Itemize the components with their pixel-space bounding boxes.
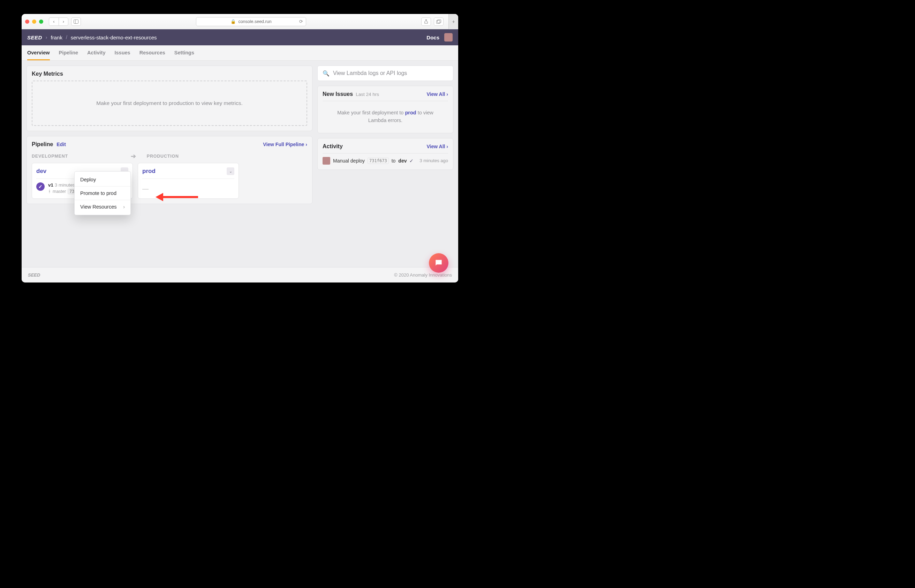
url-host: console.seed.run	[238, 19, 271, 24]
lock-icon: 🔒	[231, 19, 236, 24]
back-button[interactable]: ‹	[49, 18, 58, 26]
pipeline-panel: Pipeline Edit View Full Pipeline › DEVEL…	[26, 136, 312, 204]
build-version: v1	[48, 183, 53, 187]
app-header: SEED › frank / serverless-stack-demo-ext…	[22, 29, 458, 45]
development-label: DEVELOPMENT	[32, 154, 68, 159]
tab-activity[interactable]: Activity	[87, 50, 105, 60]
stage-dropdown: Deploy Promote to prod View Resources ›	[74, 171, 131, 215]
issues-view-all-label: View All	[427, 91, 445, 97]
chat-button[interactable]	[429, 253, 449, 273]
activity-to: to	[392, 158, 396, 163]
nav-tabs: Overview Pipeline Activity Issues Resour…	[22, 45, 458, 61]
tab-overview[interactable]: Overview	[27, 50, 50, 60]
activity-panel: Activity View All › Manual deploy 731f67…	[317, 138, 453, 170]
content: Key Metrics Make your first deployment t…	[22, 61, 458, 267]
dropdown-view-resources-label: View Resources	[80, 204, 117, 210]
share-button[interactable]	[421, 18, 431, 26]
issues-period: Last 24 hrs	[356, 92, 379, 97]
dropdown-promote[interactable]: Promote to prod	[74, 187, 131, 199]
issues-empty-state: Make your first deployment to prod to vi…	[323, 101, 448, 128]
minimize-window-button[interactable]	[32, 19, 36, 24]
dropdown-view-resources[interactable]: View Resources ›	[74, 201, 131, 213]
stage-headers: DEVELOPMENT ➔ PRODUCTION	[32, 152, 307, 160]
tab-resources[interactable]: Resources	[139, 50, 165, 60]
chevron-right-icon: ›	[446, 144, 448, 149]
chevron-right-icon: ›	[446, 91, 448, 97]
issues-title: New Issues	[323, 91, 353, 97]
new-tab-button[interactable]: +	[449, 14, 458, 29]
activity-item[interactable]: Manual deploy 731f673 to dev ✓ 3 minutes…	[323, 153, 448, 165]
avatar	[323, 157, 330, 165]
sidebar-toggle-button[interactable]	[71, 18, 81, 26]
divider	[74, 186, 131, 187]
svg-rect-0	[74, 19, 79, 23]
browser-window: ‹ › 🔒 console.seed.run ⟳ + SEED › frank …	[22, 14, 458, 283]
stage-name-dev[interactable]: dev	[36, 168, 46, 175]
breadcrumb-project[interactable]: serverless-stack-demo-ext-resources	[71, 34, 157, 40]
chevron-right-icon: ›	[123, 204, 125, 210]
dropdown-deploy[interactable]: Deploy	[74, 174, 131, 186]
annotation-arrow	[155, 193, 198, 201]
divider	[74, 200, 131, 200]
pipeline-edit-link[interactable]: Edit	[56, 142, 66, 147]
footer-logo[interactable]: SEED	[28, 272, 40, 278]
breadcrumb-org[interactable]: frank	[51, 34, 63, 40]
tab-settings[interactable]: Settings	[174, 50, 194, 60]
svg-rect-3	[437, 19, 441, 23]
activity-view-all-link[interactable]: View All ›	[427, 144, 448, 149]
tabs-button[interactable]	[434, 18, 444, 26]
docs-link[interactable]: Docs	[426, 34, 439, 40]
activity-stage: dev	[398, 158, 407, 163]
chat-icon	[434, 258, 443, 268]
tab-pipeline[interactable]: Pipeline	[59, 50, 79, 60]
close-window-button[interactable]	[25, 19, 29, 24]
key-metrics-empty: Make your first deployment to production…	[32, 81, 307, 126]
chevron-right-icon: ›	[305, 142, 307, 147]
footer: SEED © 2020 Anomaly Innovations	[22, 267, 458, 283]
share-icon	[424, 19, 428, 24]
pipeline-title: Pipeline	[32, 141, 53, 147]
tabs-icon	[436, 19, 441, 24]
activity-view-all-label: View All	[427, 144, 445, 149]
view-full-pipeline-label: View Full Pipeline	[263, 142, 304, 147]
address-bar[interactable]: 🔒 console.seed.run ⟳	[196, 17, 306, 26]
new-issues-panel: New Issues Last 24 hrs View All › Make y…	[317, 86, 453, 133]
breadcrumb-separator: /	[66, 34, 67, 40]
chevron-right-icon: ›	[46, 34, 47, 40]
search-placeholder: View Lambda logs or API logs	[333, 70, 407, 76]
search-input[interactable]: 🔍 View Lambda logs or API logs	[317, 66, 453, 81]
check-circle-icon: ✓	[36, 183, 45, 191]
seed-logo[interactable]: SEED	[27, 34, 42, 40]
search-icon: 🔍	[323, 70, 329, 77]
key-metrics-panel: Key Metrics Make your first deployment t…	[26, 66, 312, 131]
issues-view-all-link[interactable]: View All ›	[427, 91, 448, 97]
nav-buttons: ‹ ›	[49, 18, 68, 26]
sidebar-icon	[74, 19, 79, 24]
activity-commit-hash: 731f673	[368, 158, 389, 164]
stage-name-prod[interactable]: prod	[142, 168, 155, 175]
view-full-pipeline-link[interactable]: View Full Pipeline ›	[263, 142, 307, 147]
branch-icon: ᚼ	[48, 189, 51, 194]
chevron-down-icon: ⌄	[229, 169, 232, 174]
tab-issues[interactable]: Issues	[115, 50, 131, 60]
check-icon: ✓	[409, 158, 413, 163]
activity-title: Activity	[323, 143, 343, 150]
prod-empty-dash: —	[142, 183, 148, 192]
user-avatar[interactable]	[444, 33, 453, 42]
svg-rect-2	[437, 20, 440, 23]
activity-time: 3 minutes ago	[420, 158, 448, 163]
activity-action: Manual deploy	[333, 158, 365, 163]
traffic-lights	[25, 19, 43, 24]
forward-button[interactable]: ›	[58, 18, 68, 26]
arrow-right-icon: ➔	[131, 152, 136, 160]
key-metrics-title: Key Metrics	[32, 71, 307, 77]
production-label: PRODUCTION	[147, 154, 179, 159]
maximize-window-button[interactable]	[39, 19, 43, 24]
stages-row: dev ⌄ ✓ v1 3 minutes ago	[32, 163, 307, 199]
reload-icon[interactable]: ⟳	[299, 19, 303, 24]
footer-copyright: © 2020 Anomaly Innovations	[394, 272, 452, 278]
branch-name: master	[53, 189, 66, 194]
stage-menu-button-prod[interactable]: ⌄	[227, 167, 234, 175]
browser-chrome: ‹ › 🔒 console.seed.run ⟳ +	[22, 14, 458, 29]
